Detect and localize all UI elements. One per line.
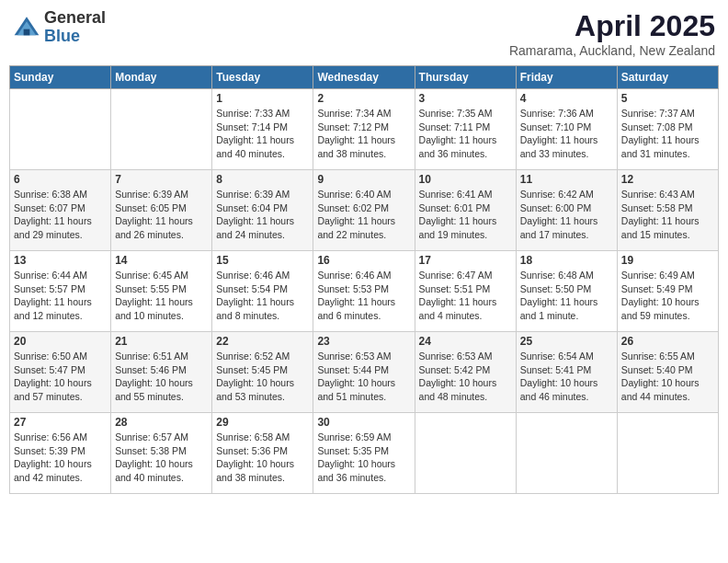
day-number: 17	[419, 254, 512, 267]
day-number: 22	[216, 335, 309, 348]
day-info: Sunrise: 6:42 AMSunset: 6:00 PMDaylight:…	[520, 188, 613, 242]
calendar-cell: 24Sunrise: 6:53 AMSunset: 5:42 PMDayligh…	[415, 332, 516, 413]
calendar-cell: 15Sunrise: 6:46 AMSunset: 5:54 PMDayligh…	[212, 251, 313, 332]
day-number: 11	[520, 173, 613, 186]
calendar-cell: 2Sunrise: 7:34 AMSunset: 7:12 PMDaylight…	[313, 89, 415, 170]
calendar-cell: 28Sunrise: 6:57 AMSunset: 5:38 PMDayligh…	[111, 413, 212, 494]
day-number: 2	[317, 92, 410, 105]
day-info: Sunrise: 6:44 AMSunset: 5:57 PMDaylight:…	[14, 269, 107, 323]
day-info: Sunrise: 7:33 AMSunset: 7:14 PMDaylight:…	[216, 107, 309, 161]
day-number: 10	[419, 173, 512, 186]
calendar-week-row: 27Sunrise: 6:56 AMSunset: 5:39 PMDayligh…	[10, 413, 719, 494]
day-info: Sunrise: 6:58 AMSunset: 5:36 PMDaylight:…	[216, 431, 309, 485]
day-info: Sunrise: 7:35 AMSunset: 7:11 PMDaylight:…	[419, 107, 512, 161]
calendar-cell: 25Sunrise: 6:54 AMSunset: 5:41 PMDayligh…	[516, 332, 617, 413]
calendar-cell: 17Sunrise: 6:47 AMSunset: 5:51 PMDayligh…	[415, 251, 516, 332]
day-number: 3	[419, 92, 512, 105]
calendar-cell: 4Sunrise: 7:36 AMSunset: 7:10 PMDaylight…	[516, 89, 617, 170]
calendar-cell: 9Sunrise: 6:40 AMSunset: 6:02 PMDaylight…	[313, 170, 415, 251]
day-info: Sunrise: 6:52 AMSunset: 5:45 PMDaylight:…	[216, 350, 309, 404]
day-info: Sunrise: 6:57 AMSunset: 5:38 PMDaylight:…	[115, 431, 208, 485]
day-number: 26	[621, 335, 714, 348]
calendar-cell: 23Sunrise: 6:53 AMSunset: 5:44 PMDayligh…	[313, 332, 415, 413]
day-info: Sunrise: 6:54 AMSunset: 5:41 PMDaylight:…	[520, 350, 613, 404]
day-number: 7	[115, 173, 208, 186]
calendar-week-row: 20Sunrise: 6:50 AMSunset: 5:47 PMDayligh…	[10, 332, 719, 413]
day-info: Sunrise: 6:46 AMSunset: 5:53 PMDaylight:…	[317, 269, 410, 323]
calendar-cell	[516, 413, 617, 494]
day-info: Sunrise: 6:51 AMSunset: 5:46 PMDaylight:…	[115, 350, 208, 404]
day-number: 1	[216, 92, 309, 105]
calendar-cell: 19Sunrise: 6:49 AMSunset: 5:49 PMDayligh…	[617, 251, 718, 332]
calendar-cell: 7Sunrise: 6:39 AMSunset: 6:05 PMDaylight…	[111, 170, 212, 251]
calendar-header-row: SundayMondayTuesdayWednesdayThursdayFrid…	[10, 66, 719, 89]
day-number: 19	[621, 254, 714, 267]
day-number: 21	[115, 335, 208, 348]
day-info: Sunrise: 6:46 AMSunset: 5:54 PMDaylight:…	[216, 269, 309, 323]
day-number: 20	[14, 335, 107, 348]
day-info: Sunrise: 6:50 AMSunset: 5:47 PMDaylight:…	[14, 350, 107, 404]
calendar-cell: 14Sunrise: 6:45 AMSunset: 5:55 PMDayligh…	[111, 251, 212, 332]
day-header-thursday: Thursday	[415, 66, 516, 89]
day-number: 4	[520, 92, 613, 105]
calendar-cell: 11Sunrise: 6:42 AMSunset: 6:00 PMDayligh…	[516, 170, 617, 251]
svg-rect-3	[24, 29, 30, 35]
logo-text: General Blue	[44, 9, 106, 46]
day-number: 28	[115, 416, 208, 429]
day-info: Sunrise: 6:59 AMSunset: 5:35 PMDaylight:…	[317, 431, 410, 485]
calendar-cell: 12Sunrise: 6:43 AMSunset: 5:58 PMDayligh…	[617, 170, 718, 251]
calendar-cell: 16Sunrise: 6:46 AMSunset: 5:53 PMDayligh…	[313, 251, 415, 332]
day-number: 12	[621, 173, 714, 186]
page-header: General Blue April 2025 Ramarama, Auckla…	[9, 9, 719, 58]
calendar-cell: 5Sunrise: 7:37 AMSunset: 7:08 PMDaylight…	[617, 89, 718, 170]
day-number: 13	[14, 254, 107, 267]
day-info: Sunrise: 6:45 AMSunset: 5:55 PMDaylight:…	[115, 269, 208, 323]
day-info: Sunrise: 6:56 AMSunset: 5:39 PMDaylight:…	[14, 431, 107, 485]
day-number: 15	[216, 254, 309, 267]
calendar-cell	[10, 89, 111, 170]
month-year-title: April 2025	[509, 9, 715, 43]
day-info: Sunrise: 7:36 AMSunset: 7:10 PMDaylight:…	[520, 107, 613, 161]
day-number: 29	[216, 416, 309, 429]
day-header-sunday: Sunday	[10, 66, 111, 89]
day-header-saturday: Saturday	[617, 66, 718, 89]
calendar-week-row: 6Sunrise: 6:38 AMSunset: 6:07 PMDaylight…	[10, 170, 719, 251]
calendar-cell: 3Sunrise: 7:35 AMSunset: 7:11 PMDaylight…	[415, 89, 516, 170]
day-info: Sunrise: 6:49 AMSunset: 5:49 PMDaylight:…	[621, 269, 714, 323]
day-number: 23	[317, 335, 410, 348]
calendar-cell: 18Sunrise: 6:48 AMSunset: 5:50 PMDayligh…	[516, 251, 617, 332]
calendar-week-row: 13Sunrise: 6:44 AMSunset: 5:57 PMDayligh…	[10, 251, 719, 332]
calendar-cell: 26Sunrise: 6:55 AMSunset: 5:40 PMDayligh…	[617, 332, 718, 413]
day-info: Sunrise: 6:43 AMSunset: 5:58 PMDaylight:…	[621, 188, 714, 242]
day-header-tuesday: Tuesday	[212, 66, 313, 89]
day-info: Sunrise: 6:38 AMSunset: 6:07 PMDaylight:…	[14, 188, 107, 242]
day-info: Sunrise: 6:41 AMSunset: 6:01 PMDaylight:…	[419, 188, 512, 242]
day-info: Sunrise: 7:37 AMSunset: 7:08 PMDaylight:…	[621, 107, 714, 161]
calendar-cell	[617, 413, 718, 494]
logo-icon	[13, 14, 40, 41]
calendar-cell: 29Sunrise: 6:58 AMSunset: 5:36 PMDayligh…	[212, 413, 313, 494]
day-info: Sunrise: 6:53 AMSunset: 5:42 PMDaylight:…	[419, 350, 512, 404]
day-number: 5	[621, 92, 714, 105]
calendar-table: SundayMondayTuesdayWednesdayThursdayFrid…	[9, 65, 719, 494]
day-number: 8	[216, 173, 309, 186]
calendar-cell: 8Sunrise: 6:39 AMSunset: 6:04 PMDaylight…	[212, 170, 313, 251]
day-number: 14	[115, 254, 208, 267]
day-number: 25	[520, 335, 613, 348]
calendar-cell: 21Sunrise: 6:51 AMSunset: 5:46 PMDayligh…	[111, 332, 212, 413]
logo: General Blue	[13, 9, 106, 46]
day-info: Sunrise: 6:40 AMSunset: 6:02 PMDaylight:…	[317, 188, 410, 242]
logo-general: General	[44, 9, 106, 28]
day-info: Sunrise: 7:34 AMSunset: 7:12 PMDaylight:…	[317, 107, 410, 161]
calendar-cell	[415, 413, 516, 494]
day-info: Sunrise: 6:39 AMSunset: 6:04 PMDaylight:…	[216, 188, 309, 242]
calendar-cell: 1Sunrise: 7:33 AMSunset: 7:14 PMDaylight…	[212, 89, 313, 170]
day-info: Sunrise: 6:53 AMSunset: 5:44 PMDaylight:…	[317, 350, 410, 404]
calendar-cell: 30Sunrise: 6:59 AMSunset: 5:35 PMDayligh…	[313, 413, 415, 494]
day-number: 30	[317, 416, 410, 429]
day-header-wednesday: Wednesday	[313, 66, 415, 89]
day-number: 9	[317, 173, 410, 186]
calendar-cell: 6Sunrise: 6:38 AMSunset: 6:07 PMDaylight…	[10, 170, 111, 251]
calendar-cell: 10Sunrise: 6:41 AMSunset: 6:01 PMDayligh…	[415, 170, 516, 251]
calendar-cell: 20Sunrise: 6:50 AMSunset: 5:47 PMDayligh…	[10, 332, 111, 413]
